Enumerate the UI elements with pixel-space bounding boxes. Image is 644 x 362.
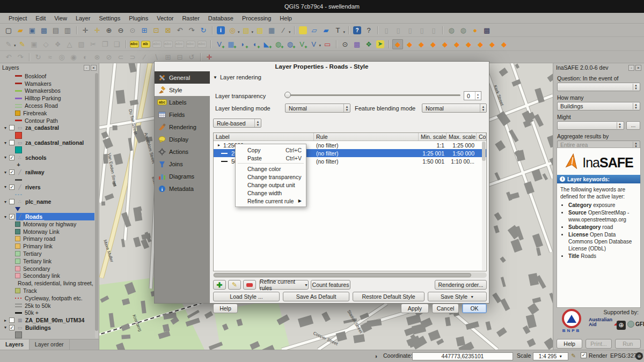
layer-rendering-section[interactable]: ▼ Layer rendering	[213, 74, 261, 80]
dropdown-caret-icon[interactable]: ▾	[319, 43, 321, 48]
pan-to-selection-icon[interactable]: ✛	[92, 25, 103, 35]
dialog-tab-diagrams[interactable]: Diagrams	[155, 170, 210, 182]
inasafe-help-button[interactable]: Help	[557, 339, 582, 349]
layer-checkbox[interactable]	[9, 140, 14, 145]
legend-item[interactable]: Access Road	[0, 102, 94, 109]
dialog-tab-rendering[interactable]: Rendering	[155, 121, 210, 133]
expand-arrow-icon[interactable]: ▾	[3, 155, 8, 160]
dialog-tab-display[interactable]: Display	[155, 133, 210, 145]
dialog-tab-metadata[interactable]: iMetadata	[155, 182, 210, 195]
inasafe-options-icon[interactable]: ◆	[440, 39, 450, 49]
add-rule-button[interactable]: ✚	[213, 280, 226, 290]
legend-symbol-row[interactable]	[0, 191, 94, 198]
zoom-to-selection-icon[interactable]: ⊠	[163, 25, 173, 35]
dropdown-caret-icon[interactable]: ▾	[14, 43, 16, 48]
save-as-default-button[interactable]: Save As Default	[283, 292, 349, 301]
remove-layer-group-icon[interactable]: ▭	[322, 39, 333, 49]
add-wms-layer-icon[interactable]: ◍+	[273, 39, 284, 49]
menu-layer[interactable]: Layer	[71, 14, 95, 23]
inasafe-exposure-select[interactable]: Buildings	[557, 102, 640, 110]
slider-knob[interactable]	[284, 92, 291, 98]
refresh-map-icon[interactable]: ↻	[198, 25, 209, 35]
legend-symbol-row[interactable]	[0, 205, 94, 213]
zoom-to-layer-icon[interactable]: ⊡	[151, 25, 162, 35]
legend-item[interactable]: Cycleway, footpath etc.	[0, 294, 94, 302]
rules-vscrollbar[interactable]	[482, 142, 486, 270]
new-project-icon[interactable]: ▢	[3, 25, 14, 35]
col-rule[interactable]: Rule	[314, 133, 419, 141]
dropdown-caret-icon[interactable]: ▾	[252, 30, 254, 34]
col-label[interactable]: Label	[214, 133, 314, 141]
remove-rule-button[interactable]	[243, 280, 256, 290]
close-panel-icon[interactable]: ✕	[635, 65, 641, 71]
count-features-button[interactable]: Count features	[311, 280, 350, 290]
circle-tool-2-icon[interactable]: ◍	[458, 25, 469, 35]
inasafe-function-select[interactable]	[557, 121, 624, 130]
inasafe-save-scenario-icon[interactable]: ◆	[487, 39, 497, 49]
dialog-tab-actions[interactable]: Actions	[155, 145, 210, 158]
layer-checkbox[interactable]	[9, 199, 14, 204]
legend-item[interactable]: Motorway Link	[0, 228, 94, 235]
legend-item[interactable]: Firebreak	[0, 109, 94, 117]
magnifier-edit-icon[interactable]: ✎	[571, 352, 576, 359]
layer-item-za-cadastral[interactable]: ▾▭za_cadastral	[0, 124, 94, 132]
close-panel-icon[interactable]: ✕	[91, 65, 97, 71]
legend-symbol-row[interactable]	[0, 176, 94, 183]
save-project-icon[interactable]: ▣	[27, 25, 38, 35]
legend-symbol-row[interactable]: +	[0, 161, 94, 169]
menu-project[interactable]: Project	[4, 14, 31, 23]
menu-vector[interactable]: Vector	[152, 14, 178, 23]
rule-labeling-icon[interactable]: ab	[141, 41, 150, 48]
legend-item[interactable]: Boskloof	[0, 72, 94, 80]
dropdown-caret-icon[interactable]: ▾	[238, 30, 240, 34]
cancel-button[interactable]: Cancel	[432, 304, 459, 313]
legend-symbol-row[interactable]	[0, 331, 94, 338]
col-min-scale[interactable]: Min. scale	[419, 133, 447, 141]
zoom-in-icon[interactable]: ⊕	[104, 25, 114, 35]
inasafe-hazard-select[interactable]	[557, 83, 640, 91]
add-wfs-layer-icon[interactable]: V+	[297, 39, 308, 49]
legend-item[interactable]: 25k to 50k	[0, 302, 94, 309]
inasafe-keywords-wizard-icon[interactable]: ◆	[416, 39, 427, 49]
context-item-change-transparency[interactable]: Change transparency	[236, 173, 306, 181]
measure-line-icon[interactable]: ∕	[278, 25, 289, 35]
inasafe-dock-toggle-icon[interactable]: ◆	[392, 39, 403, 49]
layer-checkbox[interactable]: ✓	[9, 169, 14, 175]
zoom-next-icon[interactable]: ↷	[186, 25, 197, 35]
legend-item[interactable]: Hilltop Parking	[0, 94, 94, 102]
show-bookmarks-icon[interactable]: ▰	[321, 25, 332, 35]
legend-item[interactable]: 50k +	[0, 309, 94, 317]
menu-processing[interactable]: Processing	[238, 14, 275, 23]
plugin-tool-icon[interactable]: ❖	[363, 39, 374, 49]
legend-item[interactable]: Tertiary link	[0, 257, 94, 265]
legend-symbol-row[interactable]	[0, 146, 94, 154]
deselect-features-icon[interactable]: ▨	[254, 25, 265, 35]
expand-arrow-icon[interactable]: ▾	[3, 141, 8, 145]
context-item-copy[interactable]: CopyCtrl+C	[236, 146, 306, 154]
render-checkbox[interactable]: ✓	[581, 352, 587, 358]
layer-checkbox[interactable]: ✓	[9, 325, 14, 330]
inasafe-keywords-editor-icon[interactable]: ◆	[404, 39, 415, 49]
expand-arrow-icon[interactable]: ▾	[3, 200, 8, 204]
scale-combo[interactable]: 1:4 295 ▼	[533, 352, 568, 360]
float-panel-icon[interactable]: ▫	[628, 65, 634, 71]
python-plugin-icon[interactable]: ➤	[376, 40, 384, 48]
refine-rules-dropdown[interactable]: Refine current rules▼	[259, 280, 309, 290]
orange-marker-tool-icon[interactable]: ●	[470, 25, 480, 35]
identify-features-icon[interactable]: i	[217, 26, 225, 34]
edit-rule-button[interactable]: ✎	[228, 280, 241, 290]
new-bookmark-icon[interactable]: ▱	[309, 25, 320, 35]
pan-map-icon[interactable]: ✛	[80, 25, 91, 35]
menu-settings[interactable]: Settings	[94, 14, 125, 23]
search-tool-icon[interactable]: ⊙	[340, 39, 350, 49]
layer-blend-combo[interactable]: Normal	[285, 104, 350, 113]
tab-layer-order[interactable]: Layer order	[30, 339, 70, 350]
restore-default-style-button[interactable]: Restore Default Style	[353, 292, 425, 301]
circle-tool-1-icon[interactable]: ◍	[446, 25, 457, 35]
expand-arrow-icon[interactable]: ▾	[3, 170, 8, 175]
dialog-tab-style[interactable]: Style	[155, 84, 210, 96]
text-annotation-icon[interactable]: T	[333, 25, 343, 35]
context-item-change-color[interactable]: Change color	[236, 165, 306, 173]
context-item-change-width[interactable]: Change width	[236, 189, 306, 197]
open-project-icon[interactable]: ▰	[15, 25, 26, 35]
